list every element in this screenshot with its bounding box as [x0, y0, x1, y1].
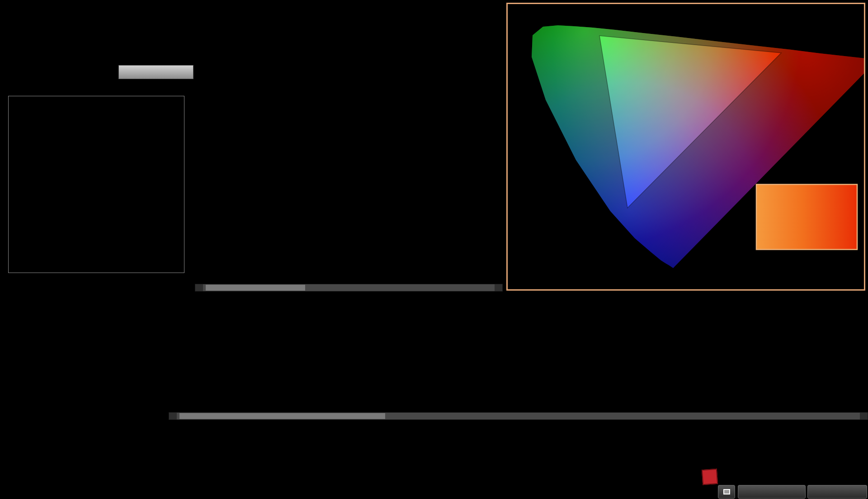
- window-icon: [723, 489, 730, 494]
- deltae-x-axis: [8, 276, 184, 285]
- current-xy: [6, 362, 35, 374]
- table-left-gutter: [169, 299, 177, 410]
- delta-h-title: [414, 5, 497, 14]
- logo-check-icon: [702, 469, 718, 485]
- table-scrollbar-track[interactable]: [177, 413, 860, 419]
- delta-c-title: [309, 5, 392, 14]
- target-row-label: [193, 235, 201, 267]
- cie-inset-zoom: [756, 184, 857, 250]
- colorchecker-app: [0, 0, 868, 499]
- window-button[interactable]: [718, 485, 735, 499]
- scrollbar-thumb[interactable]: [206, 285, 305, 291]
- delta-c-chart: [309, 5, 392, 194]
- cie-diagram: [508, 4, 864, 289]
- table-scrollbar-thumb[interactable]: [179, 413, 385, 419]
- delta-c-plot: [309, 21, 392, 194]
- actual-row-label: [193, 203, 201, 235]
- next-button[interactable]: [807, 485, 867, 499]
- scroll-left-button[interactable]: [195, 284, 203, 291]
- table-scroll-left-button[interactable]: [169, 413, 177, 419]
- scrollbar-track[interactable]: [203, 284, 495, 291]
- measurement-table-wrap: [169, 299, 868, 410]
- notebookcheck-logo: [702, 469, 721, 485]
- table-scroll-right-button[interactable]: [860, 413, 868, 419]
- deltae-bars: [9, 96, 184, 273]
- scroll-right-button[interactable]: [495, 284, 502, 291]
- delta-l-chart: [204, 5, 287, 194]
- formula-dropdown[interactable]: [118, 65, 193, 79]
- back-button[interactable]: [738, 485, 806, 499]
- cie-1976-panel: [506, 3, 865, 291]
- delta-h-chart: [414, 5, 497, 194]
- swatch-scrollbar[interactable]: [195, 284, 503, 292]
- delta-l-plot: [204, 21, 287, 194]
- table-scrollbar[interactable]: [169, 412, 868, 420]
- delta-h-plot: [414, 21, 497, 194]
- delta-l-title: [204, 5, 287, 14]
- deltae-bar-chart: [8, 96, 184, 273]
